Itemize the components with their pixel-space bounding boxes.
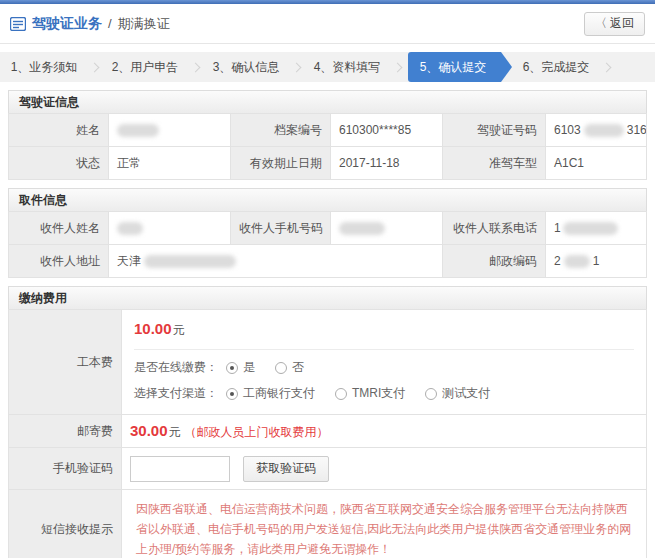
license-info-section: 驾驶证信息 姓名 档案编号 610300****85 驾驶证号码 6103316… <box>8 90 647 180</box>
radio-channel-icbc[interactable]: 工商银行支付 <box>226 385 315 402</box>
chevron-separator-icon <box>292 62 302 72</box>
chevron-separator-icon <box>393 62 403 72</box>
expiry-value: 2017-11-18 <box>331 147 443 180</box>
radio-online-pay-no[interactable]: 否 <box>275 359 304 376</box>
title-separator: / <box>108 16 112 31</box>
sms-tip-label: 短信接收提示 <box>9 490 122 558</box>
redacted-recipient-name <box>117 222 143 235</box>
production-fee-label: 工本费 <box>9 310 122 415</box>
online-pay-row: 是否在线缴费： 是 否 <box>122 350 646 376</box>
name-value <box>109 114 231 147</box>
sms-tip-text: 因陕西省联通、电信运营商技术问题，陕西省互联网交通安全综合服务管理平台无法向持陕… <box>122 490 646 558</box>
production-fee-cell: 10.00元 是否在线缴费： 是 否 选择支付渠道： 工商银行支付 TMRI支付… <box>122 310 647 415</box>
back-button[interactable]: 〈 返回 <box>584 12 645 36</box>
page-subtitle: 期满换证 <box>118 15 170 33</box>
recipient-address-label: 收件人地址 <box>9 245 109 278</box>
radio-channel-tmri[interactable]: TMRI支付 <box>335 385 405 402</box>
step-3-confirm-info[interactable]: 3、确认信息 <box>202 52 290 82</box>
table-row: 短信接收提示 因陕西省联通、电信运营商技术问题，陕西省互联网交通安全综合服务管理… <box>9 490 647 558</box>
chevron-separator-icon <box>191 62 201 72</box>
mail-fee-note: （邮政人员上门收取费用） <box>185 425 329 439</box>
sms-code-label: 手机验证码 <box>9 448 122 490</box>
mail-fee-amount: 30.00 <box>130 422 168 439</box>
recipient-phone-value: 1 <box>546 212 647 245</box>
payment-section: 缴纳费用 工本费 10.00元 是否在线缴费： 是 否 选择支付渠道： 工商银行… <box>8 286 647 558</box>
name-label: 姓名 <box>9 114 109 147</box>
license-no-label: 驾驶证号码 <box>443 114 546 147</box>
redacted-postal-code <box>564 255 590 268</box>
online-pay-label: 是否在线缴费： <box>134 359 218 376</box>
table-row: 状态 正常 有效期止日期 2017-11-18 准驾车型 A1C1 <box>9 147 647 180</box>
redacted-name <box>117 124 159 137</box>
file-no-value: 610300****85 <box>331 114 443 147</box>
pay-channel-row: 选择支付渠道： 工商银行支付 TMRI支付 测试支付 <box>122 376 646 414</box>
radio-unselected-icon <box>275 362 287 374</box>
pay-channel-label: 选择支付渠道： <box>134 385 218 402</box>
sms-code-cell: 获取验证码 <box>122 448 647 490</box>
vehicle-type-value: A1C1 <box>546 147 647 180</box>
table-row: 收件人姓名 收件人手机号码 收件人联系电话 1 <box>9 212 647 245</box>
recipient-mobile-value <box>331 212 443 245</box>
redacted-address <box>144 255 236 268</box>
table-row: 手机验证码 获取验证码 <box>9 448 647 490</box>
step-2-declaration[interactable]: 2、用户申告 <box>101 52 189 82</box>
radio-unselected-icon <box>335 388 347 400</box>
pickup-info-section: 取件信息 收件人姓名 收件人手机号码 收件人联系电话 1 收件人地址 天津 邮政… <box>8 188 647 278</box>
file-no-label: 档案编号 <box>231 114 331 147</box>
postal-code-label: 邮政编码 <box>443 245 546 278</box>
business-form-icon <box>10 17 26 31</box>
recipient-name-value <box>109 212 231 245</box>
currency-unit: 元 <box>173 323 185 337</box>
status-value: 正常 <box>109 147 231 180</box>
pickup-info-title: 取件信息 <box>8 188 647 212</box>
recipient-mobile-label: 收件人手机号码 <box>231 212 331 245</box>
radio-selected-icon <box>226 388 238 400</box>
payment-table: 工本费 10.00元 是否在线缴费： 是 否 选择支付渠道： 工商银行支付 TM… <box>8 309 647 558</box>
step-6-complete-submit[interactable]: 6、完成提交 <box>512 52 600 82</box>
postal-code-value: 21 <box>546 245 647 278</box>
license-info-table: 姓名 档案编号 610300****85 驾驶证号码 61033163X 状态 … <box>8 113 647 180</box>
step-4-fill-data[interactable]: 4、资料填写 <box>303 52 391 82</box>
recipient-phone-label: 收件人联系电话 <box>443 212 546 245</box>
redacted-phone <box>563 222 618 235</box>
vehicle-type-label: 准驾车型 <box>443 147 546 180</box>
step-navigation: 1、业务须知 2、用户申告 3、确认信息 4、资料填写 5、确认提交 6、完成提… <box>0 52 655 82</box>
license-no-value: 61033163X <box>546 114 647 147</box>
table-row: 姓名 档案编号 610300****85 驾驶证号码 61033163X <box>9 114 647 147</box>
redacted-mobile <box>339 222 385 235</box>
mail-fee-cell: 30.00元（邮政人员上门收取费用） <box>122 415 647 448</box>
back-chevron-icon: 〈 <box>595 15 607 32</box>
recipient-address-value: 天津 <box>109 245 443 278</box>
back-button-label: 返回 <box>610 15 634 32</box>
production-fee-amount: 10.00 <box>134 320 172 337</box>
page-header: 驾驶证业务 / 期满换证 〈 返回 <box>0 4 655 44</box>
radio-channel-test[interactable]: 测试支付 <box>425 385 490 402</box>
pickup-info-table: 收件人姓名 收件人手机号码 收件人联系电话 1 收件人地址 天津 邮政编码 21 <box>8 211 647 278</box>
step-5-confirm-submit-active[interactable]: 5、确认提交 <box>408 52 512 82</box>
table-row: 邮寄费 30.00元（邮政人员上门收取费用） <box>9 415 647 448</box>
get-code-button[interactable]: 获取验证码 <box>243 456 329 482</box>
page-title: 驾驶证业务 <box>32 15 102 33</box>
payment-title: 缴纳费用 <box>8 286 647 310</box>
recipient-name-label: 收件人姓名 <box>9 212 109 245</box>
radio-selected-icon <box>226 362 238 374</box>
expiry-label: 有效期止日期 <box>231 147 331 180</box>
step-1-notice[interactable]: 1、业务须知 <box>0 52 88 82</box>
mail-fee-label: 邮寄费 <box>9 415 122 448</box>
chevron-separator-icon <box>602 62 612 72</box>
sms-code-input[interactable] <box>130 456 230 482</box>
status-label: 状态 <box>9 147 109 180</box>
redacted-license-no <box>584 124 624 137</box>
chevron-separator-icon <box>90 62 100 72</box>
radio-unselected-icon <box>425 388 437 400</box>
table-row: 收件人地址 天津 邮政编码 21 <box>9 245 647 278</box>
radio-online-pay-yes[interactable]: 是 <box>226 359 255 376</box>
table-row: 工本费 10.00元 是否在线缴费： 是 否 选择支付渠道： 工商银行支付 TM… <box>9 310 647 415</box>
license-info-title: 驾驶证信息 <box>8 90 647 114</box>
sms-tip-cell: 因陕西省联通、电信运营商技术问题，陕西省互联网交通安全综合服务管理平台无法向持陕… <box>122 490 647 558</box>
